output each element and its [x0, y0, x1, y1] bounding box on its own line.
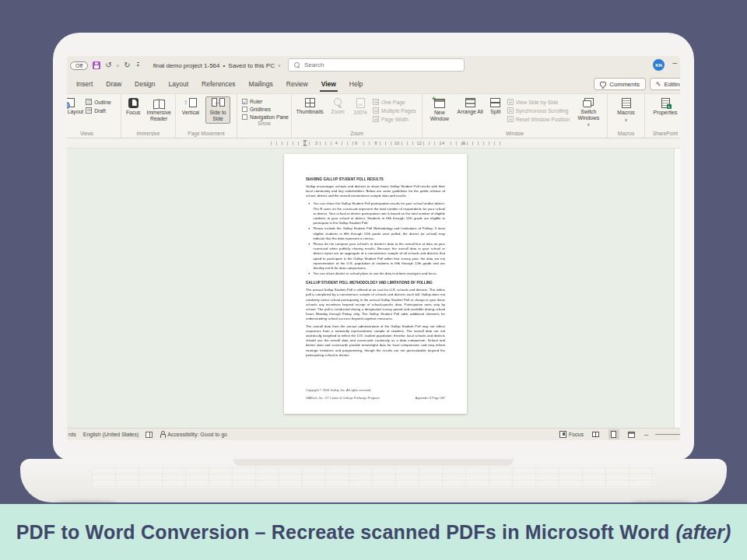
- print-layout-button[interactable]: [608, 429, 619, 439]
- ribbon: Web Layout Outline Draft Views: [67, 93, 680, 138]
- scroll-gutter: [674, 149, 680, 428]
- document-title-area[interactable]: final demo project 1-564 • Saved to this…: [153, 62, 281, 69]
- ribbon-tab-bar: Insert Draw Design Layout References Mai…: [67, 75, 680, 93]
- reset-window-position-button[interactable]: Reset Window Position: [507, 116, 570, 122]
- navigation-pane-checkbox[interactable]: Navigation Pane: [242, 114, 289, 120]
- doc-bullet: You can share the Gallup Student Poll pa…: [314, 201, 446, 226]
- new-window-button[interactable]: New Window: [425, 96, 454, 121]
- split-icon: [490, 98, 500, 107]
- page-width-button[interactable]: Page Width: [373, 116, 416, 122]
- save-icon[interactable]: [93, 61, 100, 69]
- doc-bullet: You can share district or school plans t…: [314, 271, 446, 276]
- tab-design[interactable]: Design: [135, 75, 155, 93]
- outline-icon: [86, 99, 92, 105]
- search-input[interactable]: Search: [288, 58, 465, 72]
- multiple-pages-button[interactable]: Multiple Pages: [373, 107, 416, 114]
- avatar[interactable]: KN: [653, 59, 665, 71]
- page-content: SHARING GALLUP STUDENT POLL RESULTS Gall…: [284, 154, 467, 414]
- document-title: final demo project 1-564: [153, 62, 220, 69]
- web-layout-button[interactable]: Web Layout: [67, 96, 83, 115]
- document-canvas[interactable]: SHARING GALLUP STUDENT POLL RESULTS Gall…: [67, 149, 680, 428]
- tab-draw[interactable]: Draw: [106, 75, 121, 93]
- tab-references[interactable]: References: [202, 75, 235, 93]
- word-count-partial[interactable]: rds: [68, 432, 76, 437]
- proofing-icon[interactable]: [146, 432, 153, 438]
- zoom-group-label: Zoom: [294, 130, 419, 138]
- zoom-icon: [333, 98, 342, 107]
- status-bar: rds English (United States) Accessibilit…: [67, 428, 680, 440]
- accessibility-status[interactable]: Accessibility: Good to go: [160, 431, 227, 438]
- one-page-button[interactable]: One Page: [373, 99, 416, 105]
- tab-review[interactable]: Review: [286, 75, 308, 93]
- title-bar: Off final demo project 1-564 • Saved to …: [67, 56, 680, 75]
- switch-windows-button[interactable]: Switch Windows: [573, 96, 605, 127]
- thumbnails-button[interactable]: Thumbnails: [294, 96, 325, 115]
- immersive-reader-button[interactable]: Immersive Reader: [145, 96, 173, 121]
- caption-suffix: (after): [675, 521, 731, 544]
- comments-button[interactable]: Comments: [594, 78, 646, 90]
- macros-icon: [622, 98, 631, 108]
- arrange-all-button[interactable]: Arrange All: [456, 96, 484, 115]
- web-layout-view-button[interactable]: [626, 429, 637, 439]
- zoom-100-button[interactable]: 100%: [350, 96, 370, 116]
- print-layout-icon: [611, 431, 616, 438]
- draft-button[interactable]: Draft: [86, 107, 111, 114]
- tab-layout[interactable]: Layout: [169, 75, 189, 93]
- word-window: Off final demo project 1-564 • Saved to …: [67, 56, 680, 440]
- doc-heading-2: GALLUP STUDENT POLL METHODOLOGY AND LIMI…: [306, 280, 445, 285]
- document-page[interactable]: SHARING GALLUP STUDENT POLL RESULTS Gall…: [284, 154, 467, 414]
- switch-windows-icon: [583, 98, 594, 107]
- side-to-side-icon: ↔: [212, 98, 225, 108]
- screenshot-stage: Off final demo project 1-564 • Saved to …: [0, 0, 747, 560]
- view-side-by-side-button[interactable]: View Side by Side: [507, 99, 570, 105]
- vertical-button[interactable]: ↕ Vertical: [178, 96, 203, 116]
- ruler[interactable]: 2 4 6 8 10 12 14: [67, 138, 680, 149]
- accessibility-icon: [160, 431, 165, 438]
- tab-insert[interactable]: Insert: [76, 75, 93, 93]
- ruler-checkbox-icon: [242, 99, 247, 104]
- autosave-toggle[interactable]: Off: [70, 61, 88, 70]
- ribbon-group-window: New Window Arrange All Split View Side b…: [423, 94, 608, 138]
- minimize-button[interactable]: –: [672, 58, 677, 67]
- zoom-out-button[interactable]: –: [644, 431, 648, 439]
- gridlines-checkbox[interactable]: Gridlines: [242, 107, 289, 112]
- pencil-icon: [656, 81, 661, 88]
- immersive-reader-icon: [153, 100, 165, 108]
- navigation-pane-checkbox-icon: [242, 114, 247, 120]
- undo-dropdown-icon[interactable]: [117, 63, 120, 68]
- synchronous-scrolling-button[interactable]: Synchronous Scrolling: [507, 107, 570, 114]
- language-status[interactable]: English (United States): [83, 432, 139, 437]
- search-placeholder: Search: [304, 61, 324, 68]
- synchronous-scrolling-icon: [507, 107, 514, 114]
- side-to-side-button[interactable]: ↔ Side to Side: [205, 96, 230, 124]
- redo-icon[interactable]: [124, 61, 130, 69]
- read-mode-button[interactable]: [591, 429, 601, 439]
- footer-appendix: Appendix G Page 567: [416, 395, 445, 400]
- quick-access-customize-icon[interactable]: [137, 62, 139, 68]
- macros-button[interactable]: Macros: [613, 96, 640, 122]
- focus-mode-button[interactable]: Focus: [559, 431, 584, 438]
- properties-button[interactable]: Properties: [649, 96, 680, 116]
- focus-mode-icon: [559, 431, 566, 438]
- ruler-checkbox[interactable]: Ruler: [242, 99, 289, 104]
- doc-paragraph: The annual Gallup Student Poll is offere…: [306, 288, 445, 321]
- undo-icon[interactable]: [105, 61, 111, 69]
- focus-icon: [128, 98, 139, 108]
- zoom-slider[interactable]: [655, 434, 680, 435]
- doc-heading-1: SHARING GALLUP STUDENT POLL RESULTS: [306, 177, 445, 181]
- draft-icon: [86, 107, 92, 114]
- focus-button[interactable]: Focus: [124, 96, 142, 116]
- indent-marker-icon[interactable]: [303, 140, 307, 143]
- outline-button[interactable]: Outline: [86, 99, 111, 105]
- editing-button[interactable]: Editing: [650, 78, 680, 90]
- ribbon-group-show: Ruler Gridlines Navigation Pane Show: [237, 94, 292, 138]
- ruler-numbers: 2 4 6 8 10 12 14: [314, 141, 446, 145]
- tab-mailings[interactable]: Mailings: [249, 75, 273, 93]
- tab-help[interactable]: Help: [349, 75, 363, 93]
- tab-view[interactable]: View: [321, 75, 336, 93]
- split-button[interactable]: Split: [486, 96, 505, 115]
- zoom-button[interactable]: Zoom: [328, 96, 348, 115]
- ribbon-group-sharepoint: Properties SharePoint: [645, 94, 680, 138]
- ribbon-group-macros: Macros Macros: [608, 94, 645, 138]
- right-indent-marker-icon[interactable]: [461, 141, 466, 145]
